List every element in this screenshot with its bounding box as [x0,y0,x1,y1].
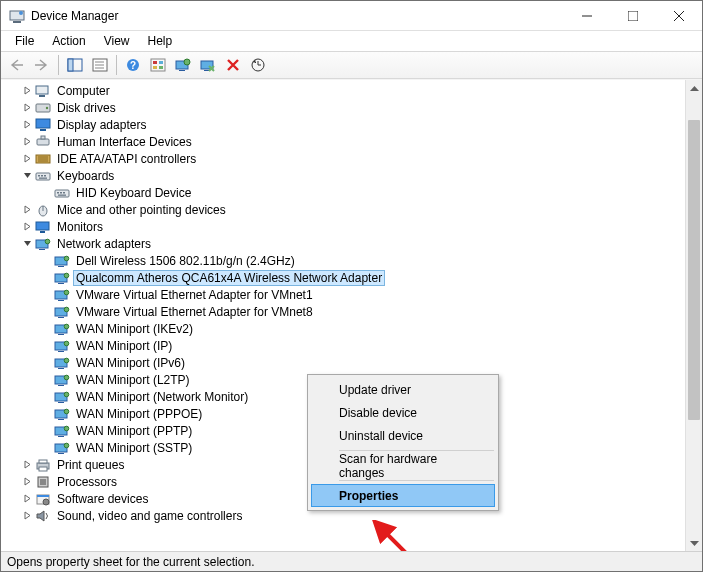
tree-item[interactable]: VMware Virtual Ethernet Adapter for VMne… [1,303,685,320]
tree-item[interactable]: Disk drives [1,99,685,116]
svg-rect-15 [151,59,165,71]
tree-item[interactable]: Dell Wireless 1506 802.11b/g/n (2.4GHz) [1,252,685,269]
display-icon [35,117,51,133]
tree-item-label: Print queues [54,457,127,473]
context-menu-item[interactable]: Update driver [311,378,495,401]
svg-point-75 [64,358,69,363]
tree-item[interactable]: WAN Miniport (IPv6) [1,354,685,371]
menu-action[interactable]: Action [44,32,93,50]
toolbar-separator [116,55,117,75]
printer-icon [35,457,51,473]
back-button [5,54,29,76]
expand-icon[interactable] [20,118,34,132]
close-button[interactable] [656,1,702,30]
expand-icon[interactable] [20,101,34,115]
svg-rect-68 [58,334,64,335]
tree-item[interactable]: VMware Virtual Ethernet Adapter for VMne… [1,286,685,303]
tree-item[interactable]: IDE ATA/ATAPI controllers [1,150,685,167]
tree-item[interactable]: Keyboards [1,167,685,184]
tree-item-label: HID Keyboard Device [73,185,194,201]
scroll-down-button[interactable] [686,534,702,551]
net-icon [54,304,70,320]
menu-view[interactable]: View [96,32,138,50]
svg-point-57 [64,256,69,261]
svg-point-63 [64,290,69,295]
tree-item-label: Display adapters [54,117,149,133]
svg-rect-51 [40,231,45,233]
properties-button[interactable] [88,54,112,76]
tree-item[interactable]: Qualcomm Atheros QCA61x4A Wireless Netwo… [1,269,685,286]
tree-item-label: WAN Miniport (IP) [73,338,175,354]
minimize-button[interactable] [564,1,610,30]
svg-rect-4 [628,11,638,21]
tree-item[interactable]: Monitors [1,218,685,235]
svg-rect-1 [13,21,21,23]
expand-icon[interactable] [20,84,34,98]
action-button[interactable] [146,54,170,76]
tree-item-label: WAN Miniport (L2TP) [73,372,193,388]
tree-item[interactable]: WAN Miniport (IP) [1,337,685,354]
disable-device-button[interactable] [196,54,220,76]
window-buttons [564,1,702,30]
tree-item-label: Mice and other pointing devices [54,202,229,218]
expand-icon[interactable] [20,492,34,506]
context-menu-separator [339,480,494,481]
expand-icon[interactable] [20,220,34,234]
tree-item-label: VMware Virtual Ethernet Adapter for VMne… [73,287,316,303]
net-icon [54,372,70,388]
svg-rect-30 [36,119,50,128]
tree-item[interactable]: WAN Miniport (IKEv2) [1,320,685,337]
expand-icon[interactable] [20,203,34,217]
collapse-icon[interactable] [20,169,34,183]
tree-item-label: Software devices [54,491,151,507]
menu-file[interactable]: File [7,32,42,50]
update-driver-button[interactable] [171,54,195,76]
toolbar-separator [58,55,59,75]
tree-item[interactable]: Computer [1,82,685,99]
keyboard-icon [54,185,70,201]
tree-item[interactable]: Display adapters [1,116,685,133]
expand-icon[interactable] [20,152,34,166]
svg-rect-74 [58,368,64,369]
scroll-thumb[interactable] [688,120,700,420]
svg-rect-89 [58,453,64,454]
expand-icon[interactable] [20,475,34,489]
show-hide-console-tree-button[interactable] [63,54,87,76]
status-text: Opens property sheet for the current sel… [7,555,254,569]
maximize-button[interactable] [610,1,656,30]
svg-rect-56 [58,266,64,267]
vertical-scrollbar[interactable] [685,80,702,551]
context-menu-item[interactable]: Properties [311,484,495,507]
svg-rect-46 [63,192,65,194]
tree-item[interactable]: HID Keyboard Device [1,184,685,201]
svg-point-22 [184,59,190,65]
app-icon [9,8,25,24]
svg-rect-17 [159,61,163,64]
tree-item[interactable]: Human Interface Devices [1,133,685,150]
svg-rect-44 [57,192,59,194]
menu-help[interactable]: Help [140,32,181,50]
expand-icon[interactable] [20,135,34,149]
context-menu-item[interactable]: Uninstall device [311,424,495,447]
svg-rect-50 [36,222,49,230]
expand-icon[interactable] [20,458,34,472]
svg-rect-45 [60,192,62,194]
context-menu-item[interactable]: Disable device [311,401,495,424]
tree-item[interactable]: Mice and other pointing devices [1,201,685,218]
window-title: Device Manager [31,9,564,23]
help-button[interactable]: ? [121,54,145,76]
tree-item[interactable]: Network adapters [1,235,685,252]
statusbar: Opens property sheet for the current sel… [1,551,702,571]
context-menu-item[interactable]: Scan for hardware changes [311,454,495,477]
uninstall-device-button[interactable] [221,54,245,76]
scan-hardware-button[interactable] [246,54,270,76]
svg-point-72 [64,341,69,346]
svg-rect-39 [38,175,40,177]
svg-rect-41 [44,175,46,177]
svg-point-98 [43,499,49,505]
tree-item-label: Qualcomm Atheros QCA61x4A Wireless Netwo… [73,270,385,286]
expand-icon[interactable] [20,509,34,523]
collapse-icon[interactable] [20,237,34,251]
scroll-up-button[interactable] [686,80,702,97]
tree-item-label: Keyboards [54,168,117,184]
